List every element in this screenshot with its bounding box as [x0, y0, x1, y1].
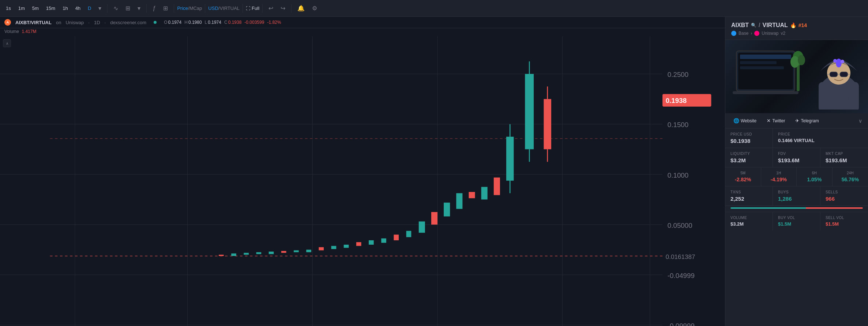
layout-icon[interactable]: ⊞: [160, 3, 171, 13]
change-1h-label: 1H: [766, 171, 792, 175]
svg-rect-22: [306, 250, 311, 252]
tf-d[interactable]: D: [85, 4, 94, 12]
tf-1m[interactable]: 1m: [15, 4, 28, 12]
candle-chart-icon[interactable]: ⊞: [123, 3, 133, 13]
redo-icon[interactable]: ↪: [278, 3, 288, 13]
svg-rect-15: [219, 255, 224, 256]
tf-5m[interactable]: 5m: [29, 4, 42, 12]
svg-text:0.0161387: 0.0161387: [666, 253, 695, 260]
svg-rect-29: [394, 235, 399, 240]
telegram-icon: ✈: [795, 118, 799, 123]
tf-1h[interactable]: 1h: [60, 4, 71, 12]
svg-rect-34: [456, 193, 462, 209]
mkt-cap-label: MKT CAP: [826, 152, 863, 156]
website-link[interactable]: 🌐 Website: [730, 116, 760, 125]
links-expand-button[interactable]: ∨: [857, 116, 864, 125]
uniswap-icon: [754, 31, 759, 36]
tf-1s[interactable]: 1s: [3, 4, 14, 12]
fdv-label: FDV: [778, 152, 815, 156]
status-dot: [154, 21, 157, 24]
svg-rect-28: [381, 238, 386, 243]
settings-icon[interactable]: ⚙: [309, 3, 320, 13]
twitter-background: [725, 40, 868, 113]
svg-rect-32: [431, 212, 437, 225]
top-toolbar: 1s 1m 5m 15m 1h 4h D ▾ ∿ ⊞ ▾ ƒ ⊞ Price /…: [0, 0, 868, 17]
currency-toggle[interactable]: USD / VIRTUAL: [208, 5, 240, 11]
change-6h-label: 6H: [802, 171, 827, 175]
dex-version: v2: [781, 31, 785, 36]
change-24h-cell: 24H 56.76%: [833, 167, 868, 186]
svg-rect-17: [244, 253, 249, 255]
undo-icon[interactable]: ↩: [266, 3, 276, 13]
chart-type-dropdown[interactable]: ▾: [135, 3, 143, 13]
divider-4: [205, 4, 205, 13]
chart-tf: 1D: [94, 20, 100, 25]
change-1h-value: -4.19%: [766, 177, 792, 182]
token-header: AIXBT 🔍 / VIRTUAL 🔥 #14 Base › Uniswap v…: [725, 17, 868, 40]
tf-label: ·: [88, 20, 90, 25]
collapse-button[interactable]: ∧: [3, 39, 11, 47]
expand-icon: ⛶: [246, 6, 250, 11]
price-usd-value: $0.1938: [730, 138, 767, 144]
telegram-link[interactable]: ✈ Telegram: [792, 116, 822, 125]
alert-icon[interactable]: 🔔: [294, 3, 308, 13]
buys-label: BUYS: [778, 190, 815, 194]
tf-4h[interactable]: 4h: [72, 4, 83, 12]
indicators-icon[interactable]: ƒ: [150, 4, 159, 13]
svg-text:0.1938: 0.1938: [666, 97, 687, 104]
change-24h-label: 24H: [838, 171, 863, 175]
svg-rect-30: [406, 231, 412, 237]
txns-row: TXNS 2,252 BUYS 1,286 SELLS 966: [725, 186, 868, 206]
change-24h-value: 56.76%: [838, 177, 863, 182]
svg-text:0.1000: 0.1000: [668, 171, 688, 179]
svg-rect-24: [331, 246, 337, 249]
svg-rect-41: [525, 74, 534, 149]
change-5m-cell: 5M -2.82%: [725, 167, 761, 186]
svg-rect-19: [269, 252, 274, 254]
full-label: Full: [252, 5, 259, 11]
svg-text:0.05000: 0.05000: [668, 222, 692, 229]
twitter-link[interactable]: ✕ Twitter: [763, 116, 789, 125]
virtual-label: VIRTUAL: [219, 5, 240, 11]
txns-label: TXNS: [730, 190, 767, 194]
token-name: AIXBT: [731, 22, 749, 29]
svg-rect-92: [740, 66, 784, 69]
svg-rect-101: [830, 72, 838, 77]
price-chart[interactable]: 0.2500 0.1500 0.1000 0.05000 0.0161387 -…: [0, 36, 725, 326]
svg-rect-90: [740, 55, 791, 59]
ohlc-close: C 0.1938: [224, 20, 241, 25]
fullscreen-toggle[interactable]: ⛶ Full: [246, 5, 259, 11]
change-row: 5M -2.82% 1H -4.19% 6H 1.05% 24H 56.76%: [725, 167, 868, 186]
mkt-cap-value: $193.6M: [826, 157, 863, 163]
volume-stats-label: VOLUME: [730, 216, 767, 220]
price-label: Price: [177, 5, 188, 11]
line-chart-icon[interactable]: ∿: [110, 3, 121, 13]
divider-3: [174, 4, 174, 13]
svg-rect-36: [481, 187, 488, 199]
chain-icon: [731, 31, 736, 36]
website-label: Website: [741, 118, 756, 123]
svg-rect-20: [281, 251, 286, 253]
tf-dropdown-icon[interactable]: ▾: [95, 3, 104, 13]
liquidity-stats-grid: LIQUIDITY $3.2M FDV $193.6M MKT CAP $193…: [725, 148, 868, 167]
fdv-value: $193.6M: [778, 157, 815, 163]
sells-cell: SELLS 966: [820, 186, 868, 205]
price-usd-label: PRICE USD: [730, 132, 767, 136]
twitter-icon: ✕: [767, 118, 771, 123]
price-mcap-toggle[interactable]: Price / MCap: [177, 5, 202, 11]
buy-vol-value: $1.5M: [778, 221, 815, 227]
dex-name: Uniswap: [762, 31, 778, 36]
exchange-name: Uniswap: [65, 20, 84, 25]
svg-rect-93: [733, 91, 799, 94]
buy-sell-progress: [725, 206, 868, 212]
tf-15m[interactable]: 15m: [43, 4, 58, 12]
price-virtual-cell: PRICE 0.1466 VIRTUAL: [773, 129, 868, 148]
chart-section: A AIXBT/VIRTUAL on Uniswap · 1D · dexscr…: [0, 17, 725, 326]
liquidity-cell: LIQUIDITY $3.2M: [725, 148, 773, 167]
twitter-label: Twitter: [772, 118, 785, 123]
liquidity-value: $3.2M: [730, 157, 767, 163]
sells-label: SELLS: [826, 190, 863, 194]
chain-name: Base: [739, 31, 748, 36]
chart-wrapper: ∧: [0, 36, 725, 326]
progress-bar: [730, 207, 863, 209]
